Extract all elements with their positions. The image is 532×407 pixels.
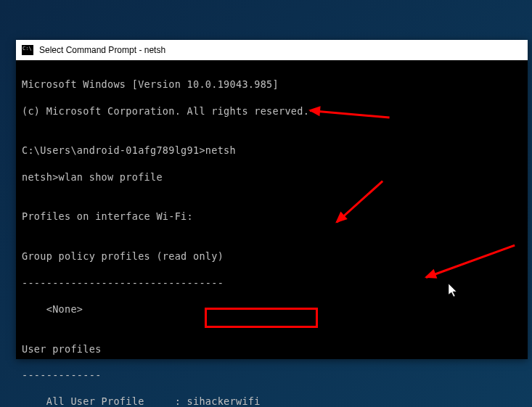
terminal-line: Group policy profiles (read only) <box>22 250 522 263</box>
terminal-output[interactable]: Microsoft Windows [Version 10.0.19043.98… <box>16 60 528 359</box>
window-titlebar[interactable]: Select Command Prompt - netsh <box>16 40 528 60</box>
terminal-line: Microsoft Windows [Version 10.0.19043.98… <box>22 78 522 91</box>
terminal-line: User profiles <box>22 342 522 355</box>
terminal-line: ------------- <box>22 369 522 382</box>
window-title: Select Command Prompt - netsh <box>39 45 165 55</box>
terminal-line: (c) Microsoft Corporation. All rights re… <box>22 104 522 118</box>
terminal-line: Profiles on interface Wi-Fi: <box>22 210 522 223</box>
terminal-line: C:\Users\android-01afg789lg91>netsh <box>22 144 522 157</box>
cmd-icon <box>22 45 33 55</box>
command-prompt-window: Select Command Prompt - netsh Microsoft … <box>16 40 528 359</box>
terminal-line: --------------------------------- <box>22 276 522 289</box>
terminal-line: netsh>wlan show profile <box>22 170 522 184</box>
terminal-line: All User Profile : sihackerwifi <box>22 395 522 407</box>
terminal-line: <None> <box>22 303 522 316</box>
